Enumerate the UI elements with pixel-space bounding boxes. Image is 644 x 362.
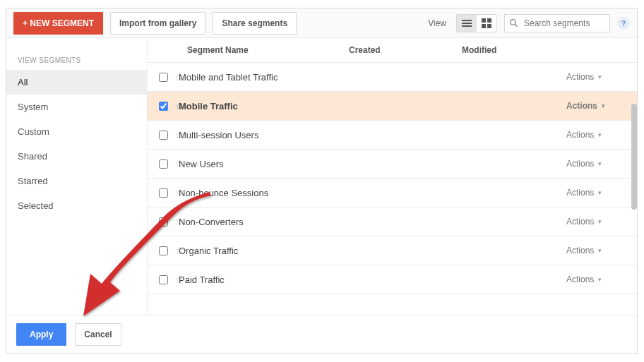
actions-label: Actions	[566, 246, 594, 255]
panel-body: VIEW SEGMENTS All System Custom Shared S…	[6, 38, 637, 315]
import-from-gallery-button[interactable]: Import from gallery	[110, 12, 205, 35]
actions-label: Actions	[566, 217, 594, 227]
search-wrapper[interactable]	[504, 14, 610, 32]
table-row[interactable]: ☆Multi-session UsersActions▾	[148, 121, 637, 150]
new-segment-button[interactable]: + NEW SEGMENT	[13, 12, 103, 35]
table-body: ☆Mobile and Tablet TrafficActions▾☆Mobil…	[148, 63, 637, 294]
row-actions-button[interactable]: Actions▾	[566, 188, 637, 198]
table-row[interactable]: ☆Non-ConvertersActions▾	[148, 207, 637, 236]
segment-table: Segment Name Created Modified ☆Mobile an…	[148, 38, 637, 315]
actions-label: Actions	[566, 130, 594, 140]
row-checkbox[interactable]	[159, 159, 168, 169]
row-checkbox[interactable]	[159, 275, 168, 284]
header-created[interactable]: Created	[340, 38, 453, 62]
view-toggle	[456, 14, 497, 32]
chevron-down-icon: ▾	[598, 160, 602, 167]
segment-name: Non-Converters	[179, 217, 340, 227]
segment-name: Non-bounce Sessions	[179, 188, 340, 198]
svg-line-1	[515, 24, 517, 26]
view-grid-button[interactable]	[477, 15, 496, 32]
sidebar-item-starred[interactable]: Starred	[6, 169, 147, 193]
row-actions-button[interactable]: Actions▾	[566, 246, 637, 255]
row-actions-button[interactable]: Actions▾	[566, 72, 637, 82]
search-input[interactable]	[523, 18, 605, 29]
row-actions-button[interactable]: Actions▾	[566, 217, 637, 227]
sidebar-item-system[interactable]: System	[6, 95, 147, 119]
segment-name: Paid Traffic	[179, 274, 340, 285]
search-icon	[509, 18, 518, 28]
share-segments-button[interactable]: Share segments	[213, 12, 297, 35]
row-actions-button[interactable]: Actions▾	[566, 274, 637, 284]
chevron-down-icon: ▾	[598, 73, 602, 80]
header-modified[interactable]: Modified	[453, 38, 566, 62]
segment-name: Mobile and Tablet Traffic	[179, 72, 340, 83]
segment-name: Organic Traffic	[179, 246, 340, 256]
toolbar: + NEW SEGMENT Import from gallery Share …	[6, 8, 637, 38]
chevron-down-icon: ▾	[598, 189, 602, 196]
table-row[interactable]: ☆Paid TrafficActions▾	[148, 265, 637, 294]
row-actions-button[interactable]: Actions▾	[566, 101, 637, 111]
grid-icon	[482, 18, 491, 28]
list-icon	[462, 20, 472, 27]
actions-label: Actions	[566, 188, 594, 198]
row-checkbox[interactable]	[159, 246, 168, 255]
row-checkbox[interactable]	[159, 188, 168, 198]
svg-point-0	[511, 20, 516, 25]
row-actions-button[interactable]: Actions▾	[566, 130, 637, 140]
sidebar-item-custom[interactable]: Custom	[6, 119, 147, 144]
row-checkbox[interactable]	[159, 217, 168, 227]
help-button[interactable]: ?	[617, 17, 630, 30]
header-segment-name[interactable]: Segment Name	[179, 38, 340, 62]
footer-bar: Apply Cancel	[6, 315, 637, 353]
table-header-row: Segment Name Created Modified	[148, 38, 637, 63]
table-row[interactable]: ☆New UsersActions▾	[148, 150, 637, 179]
sidebar: VIEW SEGMENTS All System Custom Shared S…	[6, 38, 148, 315]
table-row[interactable]: ☆Non-bounce SessionsActions▾	[148, 179, 637, 207]
scrollbar-thumb[interactable]	[631, 104, 637, 210]
segment-name: Multi-session Users	[179, 130, 340, 140]
sidebar-item-all[interactable]: All	[6, 70, 147, 95]
chevron-down-icon: ▾	[598, 276, 602, 283]
actions-label: Actions	[566, 159, 594, 169]
chevron-down-icon: ▾	[602, 102, 605, 109]
row-checkbox[interactable]	[159, 73, 168, 82]
sidebar-item-shared[interactable]: Shared	[6, 144, 147, 169]
actions-label: Actions	[566, 101, 597, 111]
cancel-button[interactable]: Cancel	[75, 323, 121, 346]
view-list-button[interactable]	[457, 15, 477, 32]
sidebar-item-selected[interactable]: Selected	[6, 193, 147, 218]
chevron-down-icon: ▾	[598, 131, 602, 138]
row-checkbox[interactable]	[159, 102, 168, 111]
row-checkbox[interactable]	[159, 131, 168, 140]
actions-label: Actions	[566, 72, 594, 82]
segment-name: New Users	[179, 159, 340, 169]
chevron-down-icon: ▾	[598, 218, 602, 225]
sidebar-heading: VIEW SEGMENTS	[6, 52, 147, 70]
table-row[interactable]: ☆Mobile and Tablet TrafficActions▾	[148, 63, 637, 92]
segment-name: Mobile Traffic	[179, 101, 340, 111]
chevron-down-icon: ▾	[598, 247, 602, 254]
segment-panel: + NEW SEGMENT Import from gallery Share …	[6, 8, 638, 354]
table-row[interactable]: ☆Mobile TrafficActions▾	[148, 92, 637, 121]
view-label: View	[428, 18, 446, 28]
actions-label: Actions	[566, 274, 594, 284]
table-row[interactable]: ☆Organic TrafficActions▾	[148, 236, 637, 265]
apply-button[interactable]: Apply	[16, 323, 66, 346]
row-actions-button[interactable]: Actions▾	[566, 159, 637, 169]
